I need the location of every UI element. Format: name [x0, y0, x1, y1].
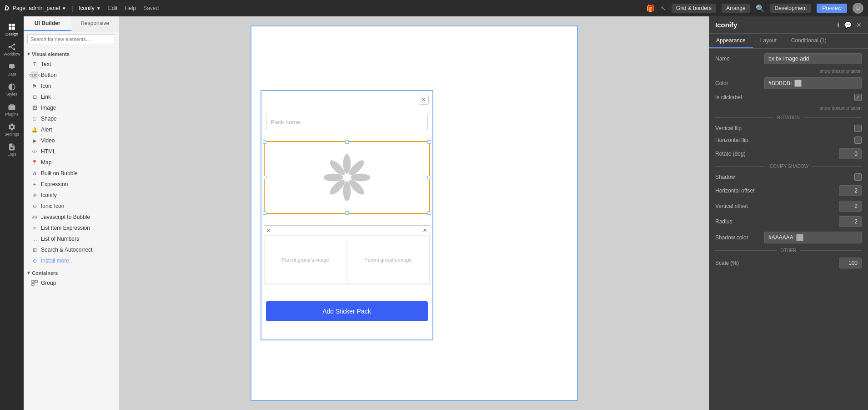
containers-label: Containers — [32, 270, 58, 276]
resize-handle-tc[interactable] — [345, 140, 349, 144]
element-item-install-more[interactable]: ⊕ Install more... — [24, 255, 119, 266]
color-value-field[interactable]: #BDBDBI — [764, 77, 862, 89]
element-item-video[interactable]: ▶ Video — [24, 135, 119, 146]
gift-icon[interactable]: 🎁 — [646, 4, 655, 13]
grid-borders-button[interactable]: Grid & borders — [672, 4, 716, 13]
tab-layout[interactable]: Layout — [753, 34, 784, 48]
sidebar-item-styles[interactable]: Styles — [1, 80, 23, 99]
sidebar-item-plugins[interactable]: Plugins — [1, 100, 23, 119]
sidebar-item-workflow[interactable]: Workflow — [1, 40, 23, 59]
element-item-ionic-icon[interactable]: ⊙ Ionic Icon — [24, 201, 119, 212]
image-placeholder-2: Parent group's image — [364, 257, 411, 263]
resize-handle-bl[interactable] — [263, 211, 266, 215]
vertical-flip-checkbox[interactable] — [854, 125, 862, 132]
element-item-html[interactable]: </> HTML — [24, 146, 119, 157]
page-selector[interactable]: Page: admin_panel ▼ — [13, 5, 66, 11]
user-avatar[interactable]: U — [853, 3, 863, 14]
sub-panel-close-right[interactable]: × — [423, 227, 426, 234]
element-label-icon: Icon — [41, 83, 51, 89]
sidebar-item-data[interactable]: Data — [1, 60, 23, 79]
shadow-color-field[interactable]: #AAAAAA — [764, 232, 862, 243]
element-item-iconify[interactable]: ❊ Iconify — [24, 190, 119, 201]
radius-row: Radius 2 — [715, 216, 862, 227]
canvas-area[interactable]: × Pack name — [119, 16, 709, 410]
canvas-sub-panel[interactable]: × × Parent group's image Parent group's … — [264, 225, 430, 284]
show-docs-clickabel[interactable]: show documentation — [715, 106, 862, 111]
svg-point-4 — [9, 46, 11, 48]
element-item-built-on-bubble[interactable]: b Built on Bubble — [24, 168, 119, 179]
shadow-checkbox[interactable] — [854, 173, 862, 181]
element-item-icon[interactable]: ⚑ Icon — [24, 81, 119, 91]
video-icon: ▶ — [31, 137, 38, 144]
element-item-expression[interactable]: + Expression — [24, 179, 119, 190]
shadow-color-swatch[interactable] — [796, 234, 803, 241]
is-clickabel-checkbox[interactable]: ✓ — [854, 94, 862, 101]
sidebar-item-settings[interactable]: Settings — [1, 120, 23, 139]
containers-header[interactable]: ▾ Containers — [24, 268, 119, 278]
element-item-list-of-numbers[interactable]: … List of Numbers — [24, 233, 119, 244]
search-icon[interactable]: 🔍 — [756, 4, 765, 13]
right-panel-title: Iconify — [715, 21, 737, 29]
tab-ui-builder[interactable]: UI Builder — [24, 16, 71, 31]
element-item-map[interactable]: 📍 Map — [24, 157, 119, 168]
tab-layout-label: Layout — [760, 37, 777, 44]
tab-appearance[interactable]: Appearance — [709, 34, 753, 48]
right-panel-tabs: Appearance Layout Conditional (1) — [709, 34, 868, 49]
help-menu[interactable]: Help — [125, 5, 136, 11]
shadow-divider: ICONIFY SHADOW — [715, 164, 862, 169]
horizontal-offset-value[interactable]: 2 — [839, 185, 862, 196]
rotate-value[interactable]: 0 — [839, 148, 862, 159]
development-button[interactable]: Development — [770, 4, 812, 13]
element-item-group[interactable]: Group — [24, 278, 119, 289]
element-item-search-autocorrect[interactable]: ⊞ Search & Autocorrect — [24, 244, 119, 255]
tab-responsive[interactable]: Responsive — [71, 16, 119, 31]
edit-menu[interactable]: Edit — [108, 5, 118, 11]
element-item-list-item-expression[interactable]: ≡ List Item Expression — [24, 223, 119, 233]
close-panel-icon[interactable]: ✕ — [856, 21, 862, 29]
radius-value[interactable]: 2 — [839, 216, 862, 227]
scale-value[interactable]: 100 — [839, 258, 862, 268]
resize-handle-tr[interactable] — [427, 140, 431, 144]
tab-conditional[interactable]: Conditional (1) — [784, 34, 834, 48]
cursor-icon[interactable]: ↖ — [661, 5, 666, 12]
element-item-shape[interactable]: □ Shape — [24, 113, 119, 124]
element-item-js-to-bubble[interactable]: JS Javascript to Bubble — [24, 212, 119, 223]
group-close-button[interactable]: × — [419, 95, 429, 105]
svg-point-6 — [13, 48, 15, 51]
rotation-divider: ROTATION — [715, 115, 862, 120]
color-swatch[interactable] — [794, 80, 802, 87]
arrange-button[interactable]: Arrange — [722, 4, 750, 13]
show-docs-name[interactable]: show documentation — [715, 69, 862, 74]
plugin-dropdown-icon[interactable]: ▼ — [96, 6, 101, 11]
name-value-field[interactable]: bx:bx-image-add — [764, 53, 862, 64]
svg-rect-10 — [32, 280, 34, 283]
element-item-button[interactable]: CLICK Button — [24, 70, 119, 81]
element-item-image[interactable]: 🖼 Image — [24, 102, 119, 113]
info-icon[interactable]: ℹ — [837, 21, 839, 29]
icon-display-box[interactable] — [264, 141, 430, 214]
plugin-selector[interactable]: Iconify ▼ — [79, 5, 101, 11]
vertical-offset-value[interactable]: 2 — [839, 201, 862, 212]
add-sticker-button[interactable]: Add Sticker Pack — [266, 301, 428, 321]
chat-icon[interactable]: 💬 — [844, 21, 852, 29]
sidebar-item-design[interactable]: Design — [1, 20, 23, 39]
shadow-color-hex-text: #AAAAAA — [768, 234, 793, 241]
pack-name-input[interactable]: Pack name — [266, 114, 428, 130]
sidebar-item-logs[interactable]: Logs — [1, 140, 23, 159]
resize-handle-br[interactable] — [427, 211, 431, 215]
visual-elements-header[interactable]: ▾ Visual elements — [24, 49, 119, 59]
resize-handle-ml[interactable] — [263, 176, 266, 179]
search-input[interactable] — [27, 34, 115, 44]
element-item-alert[interactable]: 🔔 Alert — [24, 124, 119, 135]
element-item-link[interactable]: ⊡ Link — [24, 91, 119, 102]
preview-button[interactable]: Preview — [817, 4, 847, 13]
canvas-group[interactable]: × Pack name — [261, 90, 433, 340]
close-icon: × — [421, 96, 425, 103]
resize-handle-tl[interactable] — [263, 140, 266, 144]
sub-panel-close-left[interactable]: × — [267, 227, 271, 234]
page-dropdown-icon[interactable]: ▼ — [62, 6, 66, 11]
element-item-text[interactable]: T Text — [24, 59, 119, 70]
resize-handle-bc[interactable] — [345, 211, 349, 215]
horizontal-flip-checkbox[interactable] — [854, 137, 862, 144]
resize-handle-mr[interactable] — [427, 176, 431, 179]
